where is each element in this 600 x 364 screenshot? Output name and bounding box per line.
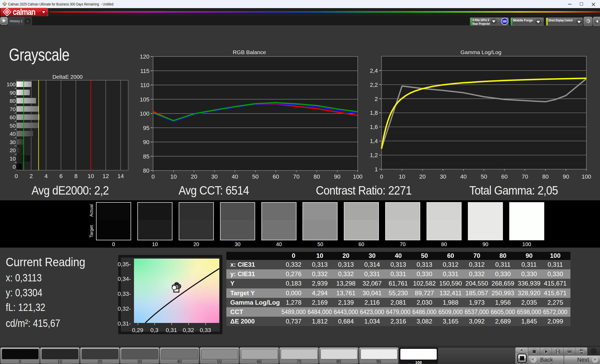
svg-text:2: 2: [30, 173, 33, 179]
svg-text:80: 80: [542, 173, 548, 180]
svg-text:40: 40: [10, 131, 16, 137]
svg-text:0: 0: [13, 164, 16, 170]
svg-text:100: 100: [140, 110, 149, 117]
svg-text:50: 50: [252, 173, 259, 180]
svg-text:20: 20: [191, 173, 197, 180]
svg-text:40: 40: [460, 173, 467, 180]
svg-text:4: 4: [44, 173, 48, 179]
svg-text:2,4: 2,4: [370, 67, 378, 74]
svg-text:20: 20: [10, 147, 16, 153]
svg-text:70: 70: [10, 106, 16, 112]
svg-text:10: 10: [88, 173, 94, 179]
svg-text:1,6: 1,6: [370, 124, 378, 130]
svg-text:DeltaE 2000: DeltaE 2000: [52, 74, 83, 80]
svg-text:10: 10: [170, 173, 177, 180]
svg-text:85: 85: [143, 153, 149, 160]
svg-text:RGB Balance: RGB Balance: [233, 49, 266, 55]
svg-text:40: 40: [232, 173, 238, 180]
svg-text:105: 105: [140, 96, 149, 103]
svg-text:120: 120: [140, 53, 149, 60]
svg-text:30: 30: [211, 173, 217, 180]
svg-text:95: 95: [143, 125, 149, 131]
svg-text:60: 60: [10, 114, 16, 120]
svg-text:1: 1: [375, 166, 378, 173]
svg-text:2,2: 2,2: [370, 82, 378, 88]
svg-text:0: 0: [380, 173, 383, 180]
svg-text:8: 8: [74, 173, 77, 179]
svg-text:80: 80: [313, 173, 320, 180]
svg-text:80: 80: [143, 167, 149, 174]
svg-text:90: 90: [563, 173, 569, 180]
svg-text:0: 0: [152, 173, 155, 180]
svg-text:0: 0: [15, 173, 18, 179]
svg-text:90: 90: [10, 90, 16, 96]
svg-text:60: 60: [273, 173, 279, 180]
svg-text:12: 12: [103, 173, 109, 179]
svg-text:2: 2: [375, 96, 378, 102]
svg-text:30: 30: [440, 173, 446, 180]
svg-text:6: 6: [59, 173, 63, 179]
svg-text:115: 115: [140, 68, 149, 74]
svg-text:1,8: 1,8: [370, 110, 378, 116]
svg-text:14: 14: [117, 173, 124, 179]
svg-text:Gamma Log/Log: Gamma Log/Log: [461, 49, 501, 55]
svg-text:110: 110: [140, 82, 149, 88]
svg-text:50: 50: [481, 173, 487, 180]
svg-text:10: 10: [10, 156, 16, 162]
svg-text:100: 100: [7, 81, 16, 87]
svg-text:80: 80: [10, 98, 16, 104]
svg-text:70: 70: [522, 173, 528, 180]
svg-text:1,4: 1,4: [370, 138, 378, 144]
svg-text:50: 50: [10, 123, 16, 129]
svg-text:20: 20: [419, 173, 425, 180]
svg-text:100: 100: [582, 173, 591, 180]
svg-text:70: 70: [293, 173, 299, 180]
svg-text:90: 90: [143, 139, 149, 145]
svg-text:100: 100: [353, 173, 363, 180]
svg-text:1,2: 1,2: [370, 152, 378, 158]
svg-text:60: 60: [501, 173, 508, 180]
svg-text:30: 30: [10, 139, 16, 145]
svg-text:90: 90: [334, 173, 340, 180]
svg-text:10: 10: [399, 173, 405, 180]
